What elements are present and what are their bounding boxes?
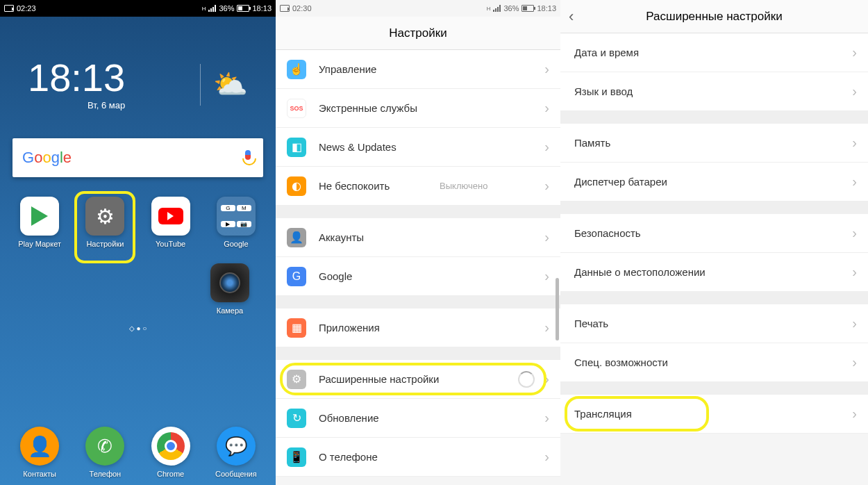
settings-row[interactable]: ↻Обновление› — [276, 399, 560, 438]
separator — [560, 202, 868, 214]
net-h-icon: H — [202, 6, 206, 12]
row-label: Аккаунты — [319, 231, 364, 243]
app-camera[interactable]: Камера — [202, 263, 258, 315]
row-icon: 📱 — [287, 447, 306, 467]
status-clock: 18:13 — [537, 4, 556, 13]
settings-row[interactable]: 👤Аккаунты› — [276, 218, 560, 257]
settings-row[interactable]: Печать› — [560, 304, 868, 343]
phone-icon: ✆ — [85, 427, 124, 466]
clock-widget[interactable]: 18:13 Вт, 6 мар ⛅ — [0, 17, 276, 124]
signal-icon — [208, 5, 216, 12]
row-label: Приложения — [319, 322, 380, 334]
app-play-market[interactable]: Play Маркет — [12, 197, 67, 248]
scrollbar[interactable] — [556, 278, 559, 340]
chevron-right-icon: › — [544, 371, 549, 387]
row-icon: ◧ — [287, 138, 306, 157]
settings-title: Настройки — [276, 17, 560, 50]
app-label: Google — [208, 240, 264, 248]
dock-phone[interactable]: ✆ Телефон — [77, 427, 133, 478]
settings-row[interactable]: Память› — [560, 124, 868, 163]
settings-row[interactable]: Язык и ввод› — [560, 72, 868, 111]
settings-row[interactable]: ☝Управление› — [276, 50, 560, 89]
chevron-right-icon: › — [544, 449, 549, 465]
battery-pct: 36% — [503, 4, 519, 13]
settings-row[interactable]: Диспетчер батареи› — [560, 163, 868, 202]
row-icon: 👤 — [287, 228, 306, 247]
app-row-1: Play Маркет ⚙ Настройки YouTube GM▶📷 Goo… — [0, 191, 276, 254]
signal-icon — [493, 5, 501, 12]
chevron-right-icon: › — [544, 410, 549, 426]
app-label: Настройки — [77, 240, 133, 248]
app-label: Камера — [202, 306, 258, 315]
messages-icon: 💬 — [217, 427, 256, 466]
settings-panel: 02:30 H 36% 18:13 Настройки ☝Управление›… — [276, 0, 560, 485]
chevron-right-icon: › — [852, 135, 857, 151]
app-youtube[interactable]: YouTube — [143, 197, 199, 248]
back-icon[interactable]: ‹ — [569, 8, 574, 26]
settings-row[interactable]: Трансляция› — [560, 395, 868, 434]
advanced-settings-panel: ‹ Расширенные настройки Дата и время›Язы… — [560, 0, 868, 485]
row-label: Печать — [574, 318, 608, 329]
row-icon: ⚙ — [287, 370, 306, 389]
row-label: Не беспокоить — [319, 180, 390, 192]
row-icon: ↻ — [287, 409, 306, 428]
row-label: Память — [574, 137, 610, 149]
settings-row[interactable]: Спец. возможности› — [560, 343, 868, 382]
loading-spinner — [518, 371, 535, 388]
camera-icon — [219, 272, 240, 293]
settings-row[interactable]: ▦Приложения› — [276, 309, 560, 347]
record-time: 02:30 — [292, 4, 312, 13]
dock: 👤 Контакты ✆ Телефон Chrome 💬 Сообщения — [0, 420, 276, 485]
app-label: Chrome — [143, 470, 199, 478]
row-icon: ☝ — [287, 60, 306, 79]
record-icon — [4, 5, 14, 12]
net-h-icon: H — [487, 6, 491, 12]
settings-row[interactable]: SOSЭкстренные службы› — [276, 89, 560, 128]
chevron-right-icon: › — [852, 354, 857, 370]
dock-contacts[interactable]: 👤 Контакты — [12, 427, 67, 478]
separator — [276, 206, 560, 218]
settings-row[interactable]: ◐Не беспокоитьВыключено› — [276, 167, 560, 206]
row-label: Экстренные службы — [319, 102, 417, 114]
row-label: Трансляция — [574, 408, 632, 420]
chevron-right-icon: › — [544, 178, 549, 194]
chevron-right-icon: › — [852, 83, 857, 99]
settings-row[interactable]: Безопасность› — [560, 214, 868, 253]
app-label: Play Маркет — [12, 240, 67, 248]
app-google-folder[interactable]: GM▶📷 Google — [208, 197, 264, 248]
separator — [560, 111, 868, 124]
dock-chrome[interactable]: Chrome — [143, 427, 199, 478]
home-time: 18:13 — [28, 58, 125, 97]
settings-row[interactable]: 📱О телефоне› — [276, 438, 560, 477]
app-settings[interactable]: ⚙ Настройки — [77, 197, 133, 248]
settings-row[interactable]: ⚙Расширенные настройки› — [276, 360, 560, 399]
settings-row[interactable]: Дата и время› — [560, 33, 868, 72]
app-label: Телефон — [77, 470, 133, 478]
row-label: Управление — [319, 63, 376, 75]
settings-row[interactable]: ◧News & Updates› — [276, 128, 560, 167]
row-label: Дата и время — [574, 47, 639, 58]
gear-icon: ⚙ — [85, 197, 124, 236]
row-label: Диспетчер батареи — [574, 176, 667, 188]
youtube-icon — [158, 208, 183, 224]
chevron-right-icon: › — [852, 264, 857, 280]
row-label: Безопасность — [574, 227, 641, 239]
app-label: YouTube — [143, 240, 199, 248]
chevron-right-icon: › — [852, 315, 857, 331]
row-label: Обновление — [319, 412, 379, 424]
app-label: Сообщения — [208, 470, 264, 478]
weather-icon[interactable]: ⛅ — [213, 68, 248, 101]
battery-icon — [521, 5, 534, 12]
folder-icon: GM▶📷 — [217, 197, 256, 236]
chevron-right-icon: › — [544, 268, 549, 284]
google-search-bar[interactable]: Google — [12, 138, 263, 177]
settings-row[interactable]: Данные о местоположении› — [560, 253, 868, 292]
mic-icon[interactable] — [242, 150, 253, 165]
row-label: Данные о местоположении — [574, 266, 706, 278]
settings-row[interactable]: GGoogle› — [276, 257, 560, 296]
app-row-2: Камера — [0, 254, 276, 320]
chevron-right-icon: › — [544, 229, 549, 245]
record-time: 02:23 — [17, 4, 36, 13]
row-label: Google — [319, 270, 352, 282]
dock-messages[interactable]: 💬 Сообщения — [208, 427, 264, 478]
